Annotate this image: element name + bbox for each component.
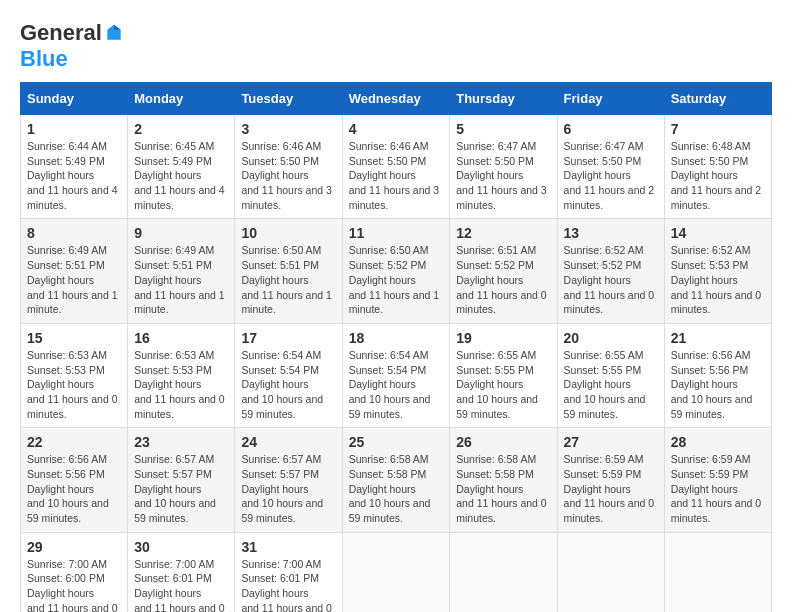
daylight-value: and 11 hours and 3 minutes. — [349, 184, 440, 211]
day-number: 23 — [134, 434, 228, 450]
daylight-label: Daylight hours — [456, 169, 523, 181]
day-info: Sunrise: 6:59 AM Sunset: 5:59 PM Dayligh… — [671, 452, 765, 525]
sunset-label: Sunset: 5:50 PM — [456, 155, 534, 167]
sunrise-label: Sunrise: 6:48 AM — [671, 140, 751, 152]
daylight-label: Daylight hours — [456, 378, 523, 390]
sunset-label: Sunset: 5:50 PM — [241, 155, 319, 167]
daylight-value: and 10 hours and 59 minutes. — [671, 393, 753, 420]
sunrise-label: Sunrise: 6:45 AM — [134, 140, 214, 152]
calendar-week-row: 29 Sunrise: 7:00 AM Sunset: 6:00 PM Dayl… — [21, 532, 772, 612]
day-number: 6 — [564, 121, 658, 137]
day-info: Sunrise: 6:59 AM Sunset: 5:59 PM Dayligh… — [564, 452, 658, 525]
daylight-value: and 10 hours and 59 minutes. — [241, 393, 323, 420]
daylight-label: Daylight hours — [134, 378, 201, 390]
day-number: 26 — [456, 434, 550, 450]
weekday-header: Thursday — [450, 83, 557, 115]
weekday-header: Wednesday — [342, 83, 450, 115]
day-number: 20 — [564, 330, 658, 346]
sunrise-label: Sunrise: 7:00 AM — [134, 558, 214, 570]
day-info: Sunrise: 6:57 AM Sunset: 5:57 PM Dayligh… — [134, 452, 228, 525]
calendar-week-row: 15 Sunrise: 6:53 AM Sunset: 5:53 PM Dayl… — [21, 323, 772, 427]
daylight-value: and 11 hours and 0 minutes. — [27, 393, 118, 420]
day-number: 7 — [671, 121, 765, 137]
sunrise-label: Sunrise: 6:56 AM — [671, 349, 751, 361]
calendar-day-cell: 4 Sunrise: 6:46 AM Sunset: 5:50 PM Dayli… — [342, 115, 450, 219]
weekday-header: Saturday — [664, 83, 771, 115]
weekday-header: Monday — [128, 83, 235, 115]
daylight-label: Daylight hours — [456, 274, 523, 286]
day-number: 2 — [134, 121, 228, 137]
sunset-label: Sunset: 5:54 PM — [349, 364, 427, 376]
calendar-day-cell — [664, 532, 771, 612]
daylight-value: and 11 hours and 2 minutes. — [564, 184, 655, 211]
daylight-value: and 11 hours and 4 minutes. — [134, 184, 225, 211]
day-info: Sunrise: 6:53 AM Sunset: 5:53 PM Dayligh… — [134, 348, 228, 421]
sunset-label: Sunset: 5:53 PM — [671, 259, 749, 271]
sunset-label: Sunset: 5:54 PM — [241, 364, 319, 376]
sunrise-label: Sunrise: 6:53 AM — [134, 349, 214, 361]
calendar-day-cell: 24 Sunrise: 6:57 AM Sunset: 5:57 PM Dayl… — [235, 428, 342, 532]
day-number: 14 — [671, 225, 765, 241]
day-info: Sunrise: 6:53 AM Sunset: 5:53 PM Dayligh… — [27, 348, 121, 421]
sunrise-label: Sunrise: 6:57 AM — [134, 453, 214, 465]
daylight-value: and 11 hours and 0 minutes. — [564, 497, 655, 524]
day-info: Sunrise: 6:58 AM Sunset: 5:58 PM Dayligh… — [456, 452, 550, 525]
calendar-week-row: 8 Sunrise: 6:49 AM Sunset: 5:51 PM Dayli… — [21, 219, 772, 323]
day-number: 31 — [241, 539, 335, 555]
day-info: Sunrise: 6:56 AM Sunset: 5:56 PM Dayligh… — [671, 348, 765, 421]
sunrise-label: Sunrise: 6:56 AM — [27, 453, 107, 465]
day-number: 22 — [27, 434, 121, 450]
daylight-label: Daylight hours — [456, 483, 523, 495]
daylight-label: Daylight hours — [349, 483, 416, 495]
page-header: General Blue — [20, 20, 772, 72]
daylight-value: and 11 hours and 0 minutes. — [671, 289, 762, 316]
daylight-label: Daylight hours — [349, 378, 416, 390]
day-info: Sunrise: 6:54 AM Sunset: 5:54 PM Dayligh… — [349, 348, 444, 421]
daylight-value: and 10 hours and 59 minutes. — [27, 497, 109, 524]
day-number: 4 — [349, 121, 444, 137]
day-number: 10 — [241, 225, 335, 241]
logo-icon — [104, 23, 124, 43]
calendar-day-cell: 22 Sunrise: 6:56 AM Sunset: 5:56 PM Dayl… — [21, 428, 128, 532]
day-info: Sunrise: 6:46 AM Sunset: 5:50 PM Dayligh… — [241, 139, 335, 212]
sunset-label: Sunset: 5:55 PM — [564, 364, 642, 376]
calendar-day-cell: 1 Sunrise: 6:44 AM Sunset: 5:49 PM Dayli… — [21, 115, 128, 219]
day-number: 29 — [27, 539, 121, 555]
daylight-value: and 11 hours and 3 minutes. — [456, 184, 547, 211]
calendar-day-cell: 14 Sunrise: 6:52 AM Sunset: 5:53 PM Dayl… — [664, 219, 771, 323]
day-info: Sunrise: 6:50 AM Sunset: 5:52 PM Dayligh… — [349, 243, 444, 316]
sunset-label: Sunset: 6:00 PM — [27, 572, 105, 584]
daylight-label: Daylight hours — [349, 169, 416, 181]
calendar-week-row: 22 Sunrise: 6:56 AM Sunset: 5:56 PM Dayl… — [21, 428, 772, 532]
sunrise-label: Sunrise: 6:54 AM — [349, 349, 429, 361]
day-info: Sunrise: 6:52 AM Sunset: 5:53 PM Dayligh… — [671, 243, 765, 316]
daylight-label: Daylight hours — [134, 169, 201, 181]
sunrise-label: Sunrise: 7:00 AM — [241, 558, 321, 570]
daylight-value: and 11 hours and 0 minutes. — [456, 497, 547, 524]
calendar-table: SundayMondayTuesdayWednesdayThursdayFrid… — [20, 82, 772, 612]
sunset-label: Sunset: 5:52 PM — [349, 259, 427, 271]
day-number: 13 — [564, 225, 658, 241]
daylight-label: Daylight hours — [134, 274, 201, 286]
sunrise-label: Sunrise: 6:49 AM — [27, 244, 107, 256]
day-info: Sunrise: 6:52 AM Sunset: 5:52 PM Dayligh… — [564, 243, 658, 316]
calendar-day-cell: 2 Sunrise: 6:45 AM Sunset: 5:49 PM Dayli… — [128, 115, 235, 219]
daylight-label: Daylight hours — [134, 483, 201, 495]
daylight-label: Daylight hours — [27, 169, 94, 181]
day-number: 8 — [27, 225, 121, 241]
calendar-day-cell: 19 Sunrise: 6:55 AM Sunset: 5:55 PM Dayl… — [450, 323, 557, 427]
sunrise-label: Sunrise: 6:55 AM — [456, 349, 536, 361]
day-number: 18 — [349, 330, 444, 346]
sunrise-label: Sunrise: 6:58 AM — [349, 453, 429, 465]
sunrise-label: Sunrise: 6:53 AM — [27, 349, 107, 361]
day-number: 3 — [241, 121, 335, 137]
daylight-label: Daylight hours — [27, 483, 94, 495]
day-info: Sunrise: 6:44 AM Sunset: 5:49 PM Dayligh… — [27, 139, 121, 212]
logo: General Blue — [20, 20, 124, 72]
day-number: 12 — [456, 225, 550, 241]
daylight-label: Daylight hours — [671, 378, 738, 390]
weekday-header: Sunday — [21, 83, 128, 115]
day-info: Sunrise: 6:46 AM Sunset: 5:50 PM Dayligh… — [349, 139, 444, 212]
daylight-value: and 11 hours and 0 minutes. — [456, 289, 547, 316]
daylight-value: and 11 hours and 3 minutes. — [241, 184, 332, 211]
